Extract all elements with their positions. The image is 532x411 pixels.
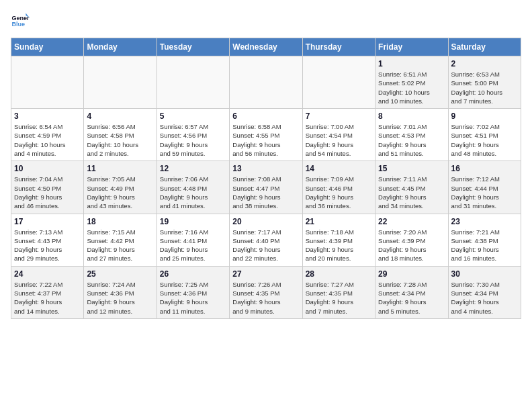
day-info: Sunrise: 6:58 AMSunset: 4:55 PMDaylight:… — [232, 122, 299, 158]
day-info: Sunrise: 7:25 AMSunset: 4:36 PMDaylight:… — [160, 280, 226, 316]
calendar-cell — [84, 56, 157, 109]
day-info: Sunrise: 7:04 AMSunset: 4:50 PMDaylight:… — [14, 175, 81, 210]
calendar-table: SundayMondayTuesdayWednesdayThursdayFrid… — [11, 38, 521, 319]
day-number: 18 — [87, 217, 153, 226]
calendar-cell: 27Sunrise: 7:26 AMSunset: 4:35 PMDayligh… — [230, 266, 302, 318]
day-info: Sunrise: 7:02 AMSunset: 4:51 PMDaylight:… — [451, 122, 518, 158]
calendar-cell: 23Sunrise: 7:21 AMSunset: 4:38 PMDayligh… — [448, 214, 521, 266]
weekday-header-sunday: Sunday — [11, 38, 84, 56]
day-info: Sunrise: 7:20 AMSunset: 4:39 PMDaylight:… — [378, 228, 445, 263]
svg-text:Blue: Blue — [11, 21, 25, 28]
day-info: Sunrise: 7:28 AMSunset: 4:34 PMDaylight:… — [378, 280, 445, 316]
day-number: 3 — [14, 111, 81, 121]
day-number: 24 — [14, 269, 81, 279]
day-info: Sunrise: 7:17 AMSunset: 4:40 PMDaylight:… — [232, 228, 299, 263]
calendar-cell: 20Sunrise: 7:17 AMSunset: 4:40 PMDayligh… — [230, 214, 302, 266]
day-info: Sunrise: 6:56 AMSunset: 4:58 PMDaylight:… — [87, 122, 153, 158]
day-info: Sunrise: 7:08 AMSunset: 4:47 PMDaylight:… — [232, 175, 299, 210]
calendar-cell: 10Sunrise: 7:04 AMSunset: 4:50 PMDayligh… — [11, 161, 84, 214]
day-info: Sunrise: 6:54 AMSunset: 4:59 PMDaylight:… — [14, 122, 81, 158]
day-number: 1 — [378, 59, 445, 68]
day-number: 25 — [87, 269, 153, 279]
day-info: Sunrise: 7:26 AMSunset: 4:35 PMDaylight:… — [232, 280, 299, 316]
calendar-cell: 30Sunrise: 7:30 AMSunset: 4:34 PMDayligh… — [448, 266, 521, 318]
day-info: Sunrise: 6:57 AMSunset: 4:56 PMDaylight:… — [160, 122, 226, 158]
calendar-cell — [230, 56, 302, 109]
weekday-header-tuesday: Tuesday — [157, 38, 229, 56]
day-number: 27 — [232, 269, 299, 279]
weekday-header-saturday: Saturday — [448, 38, 521, 56]
day-info: Sunrise: 7:22 AMSunset: 4:37 PMDaylight:… — [14, 280, 81, 316]
calendar-cell: 25Sunrise: 7:24 AMSunset: 4:36 PMDayligh… — [84, 266, 157, 318]
calendar-cell: 28Sunrise: 7:27 AMSunset: 4:35 PMDayligh… — [302, 266, 375, 318]
calendar-cell: 2Sunrise: 6:53 AMSunset: 5:00 PMDaylight… — [448, 56, 521, 109]
day-number: 6 — [232, 111, 299, 121]
day-info: Sunrise: 7:00 AMSunset: 4:54 PMDaylight:… — [306, 122, 372, 158]
day-number: 17 — [14, 217, 81, 226]
calendar-cell: 18Sunrise: 7:15 AMSunset: 4:42 PMDayligh… — [84, 214, 157, 266]
calendar-cell: 7Sunrise: 7:00 AMSunset: 4:54 PMDaylight… — [302, 109, 375, 161]
calendar-cell: 4Sunrise: 6:56 AMSunset: 4:58 PMDaylight… — [84, 109, 157, 161]
day-number: 13 — [232, 164, 299, 173]
weekday-header-friday: Friday — [375, 38, 448, 56]
day-number: 5 — [160, 111, 226, 121]
day-number: 15 — [378, 164, 445, 173]
day-info: Sunrise: 7:24 AMSunset: 4:36 PMDaylight:… — [87, 280, 153, 316]
day-info: Sunrise: 7:27 AMSunset: 4:35 PMDaylight:… — [306, 280, 372, 316]
calendar-cell: 24Sunrise: 7:22 AMSunset: 4:37 PMDayligh… — [11, 266, 84, 318]
day-number: 11 — [87, 164, 153, 173]
calendar-cell: 9Sunrise: 7:02 AMSunset: 4:51 PMDaylight… — [448, 109, 521, 161]
day-number: 28 — [306, 269, 372, 279]
day-info: Sunrise: 7:12 AMSunset: 4:44 PMDaylight:… — [451, 175, 518, 210]
day-info: Sunrise: 7:16 AMSunset: 4:41 PMDaylight:… — [160, 228, 226, 263]
calendar-cell: 5Sunrise: 6:57 AMSunset: 4:56 PMDaylight… — [157, 109, 229, 161]
day-number: 14 — [306, 164, 372, 173]
day-info: Sunrise: 7:11 AMSunset: 4:45 PMDaylight:… — [378, 175, 445, 210]
calendar-cell: 3Sunrise: 6:54 AMSunset: 4:59 PMDaylight… — [11, 109, 84, 161]
day-number: 22 — [378, 217, 445, 226]
calendar-cell: 22Sunrise: 7:20 AMSunset: 4:39 PMDayligh… — [375, 214, 448, 266]
day-info: Sunrise: 7:15 AMSunset: 4:42 PMDaylight:… — [87, 228, 153, 263]
calendar-cell: 16Sunrise: 7:12 AMSunset: 4:44 PMDayligh… — [448, 161, 521, 214]
calendar-cell: 15Sunrise: 7:11 AMSunset: 4:45 PMDayligh… — [375, 161, 448, 214]
calendar-cell: 8Sunrise: 7:01 AMSunset: 4:53 PMDaylight… — [375, 109, 448, 161]
day-number: 10 — [14, 164, 81, 173]
day-info: Sunrise: 7:21 AMSunset: 4:38 PMDaylight:… — [451, 228, 518, 263]
day-info: Sunrise: 7:13 AMSunset: 4:43 PMDaylight:… — [14, 228, 81, 263]
weekday-header-monday: Monday — [84, 38, 157, 56]
calendar-cell: 13Sunrise: 7:08 AMSunset: 4:47 PMDayligh… — [230, 161, 302, 214]
day-number: 9 — [451, 111, 518, 121]
day-info: Sunrise: 7:05 AMSunset: 4:49 PMDaylight:… — [87, 175, 153, 210]
day-info: Sunrise: 7:18 AMSunset: 4:39 PMDaylight:… — [306, 228, 372, 263]
day-info: Sunrise: 7:09 AMSunset: 4:46 PMDaylight:… — [306, 175, 372, 210]
day-number: 19 — [160, 217, 226, 226]
day-number: 4 — [87, 111, 153, 121]
calendar-cell: 26Sunrise: 7:25 AMSunset: 4:36 PMDayligh… — [157, 266, 229, 318]
day-info: Sunrise: 6:51 AMSunset: 5:02 PMDaylight:… — [378, 70, 445, 105]
weekday-header-thursday: Thursday — [302, 38, 375, 56]
day-number: 16 — [451, 164, 518, 173]
calendar-cell: 29Sunrise: 7:28 AMSunset: 4:34 PMDayligh… — [375, 266, 448, 318]
calendar-cell: 1Sunrise: 6:51 AMSunset: 5:02 PMDaylight… — [375, 56, 448, 109]
logo-icon: General Blue — [11, 11, 30, 30]
calendar-cell: 21Sunrise: 7:18 AMSunset: 4:39 PMDayligh… — [302, 214, 375, 266]
calendar-cell: 14Sunrise: 7:09 AMSunset: 4:46 PMDayligh… — [302, 161, 375, 214]
calendar-cell: 6Sunrise: 6:58 AMSunset: 4:55 PMDaylight… — [230, 109, 302, 161]
day-info: Sunrise: 6:53 AMSunset: 5:00 PMDaylight:… — [451, 70, 518, 105]
day-number: 29 — [378, 269, 445, 279]
logo: General Blue — [11, 11, 32, 30]
day-number: 12 — [160, 164, 226, 173]
calendar-cell: 19Sunrise: 7:16 AMSunset: 4:41 PMDayligh… — [157, 214, 229, 266]
weekday-header-wednesday: Wednesday — [230, 38, 302, 56]
calendar-cell: 17Sunrise: 7:13 AMSunset: 4:43 PMDayligh… — [11, 214, 84, 266]
day-number: 21 — [306, 217, 372, 226]
day-number: 7 — [306, 111, 372, 121]
day-number: 23 — [451, 217, 518, 226]
calendar-cell — [11, 56, 84, 109]
day-info: Sunrise: 7:30 AMSunset: 4:34 PMDaylight:… — [451, 280, 518, 316]
day-number: 8 — [378, 111, 445, 121]
day-number: 30 — [451, 269, 518, 279]
calendar-cell: 12Sunrise: 7:06 AMSunset: 4:48 PMDayligh… — [157, 161, 229, 214]
calendar-cell — [302, 56, 375, 109]
day-info: Sunrise: 7:06 AMSunset: 4:48 PMDaylight:… — [160, 175, 226, 210]
